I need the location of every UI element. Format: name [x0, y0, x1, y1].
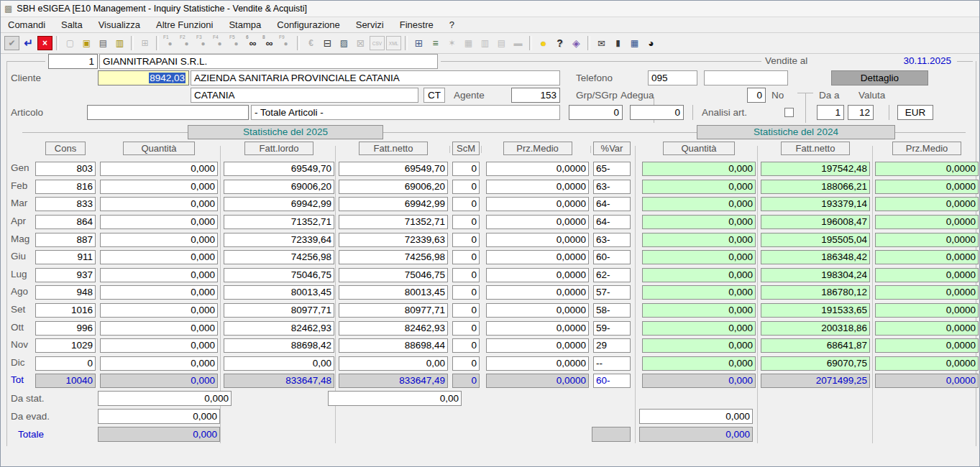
prz-medio-2024-cell[interactable]: 0,0000 — [875, 268, 979, 282]
pie-chart-icon[interactable]: ◕ — [644, 36, 659, 50]
ragione-sociale-field[interactable]: GIANNITRAPANI S.R.L. — [99, 54, 438, 69]
fatt-netto-2025-cell[interactable]: 69006,20 — [339, 180, 448, 194]
prz-medio-2025-cell[interactable]: 0,0000 — [486, 285, 589, 300]
enter-icon[interactable]: ↵ — [21, 36, 36, 50]
xml-export-icon[interactable]: XML — [386, 36, 401, 50]
fatt-netto-2025-cell[interactable]: 80013,45 — [339, 285, 448, 300]
menu-item[interactable]: ? — [444, 18, 460, 32]
fatt-lordo-cell[interactable]: 71352,71 — [224, 215, 334, 229]
prz-medio-2025-cell[interactable]: 0,0000 — [486, 356, 589, 371]
quantita-2025-cell[interactable]: 0,000 — [100, 285, 218, 300]
menu-item[interactable]: Altre Funzioni — [150, 18, 219, 32]
fatt-lordo-cell[interactable]: 74256,98 — [224, 250, 334, 264]
perc-var-cell[interactable]: 64- — [593, 197, 631, 211]
prz-medio-2024-cell[interactable]: 0,0000 — [875, 285, 979, 300]
fatt-lordo-cell[interactable]: 69006,20 — [224, 180, 334, 194]
prz-medio-2025-cell[interactable]: 0,0000 — [486, 215, 589, 229]
fatt-netto-2025-cell[interactable]: 75046,75 — [339, 268, 448, 282]
prz-medio-2025-cell[interactable]: 0,0000 — [486, 180, 589, 194]
close-icon[interactable]: × — [37, 36, 52, 50]
perc-var-cell[interactable]: -- — [593, 356, 631, 371]
cons-cell[interactable]: 803 — [35, 162, 96, 176]
sgrp-field[interactable]: 0 — [630, 105, 684, 120]
adegua-field[interactable]: 0 — [747, 88, 766, 103]
fatt-netto-2025-cell[interactable]: 88698,44 — [339, 338, 448, 353]
prz-medio-2025-cell[interactable]: 0,0000 — [486, 250, 589, 264]
fatt-netto-2025-cell[interactable]: 71352,71 — [339, 215, 448, 229]
perc-var-cell[interactable]: 63- — [593, 180, 631, 194]
confirm-icon[interactable]: ✔ — [4, 36, 19, 50]
scm-cell[interactable]: 0 — [452, 233, 480, 247]
cons-cell[interactable]: 10040 — [35, 374, 96, 388]
scm-cell[interactable]: 0 — [452, 197, 480, 211]
f3-dot-icon[interactable]: F3 ● — [196, 36, 211, 50]
cons-cell[interactable]: 864 — [35, 215, 96, 229]
cliente-number-field[interactable]: 1 — [48, 54, 98, 69]
perc-var-cell[interactable]: 62- — [593, 268, 631, 282]
grp-field[interactable]: 0 — [569, 105, 623, 120]
perc-var-cell[interactable]: 60- — [593, 374, 631, 388]
periodo-a-field[interactable]: 12 — [848, 105, 874, 120]
valuta-field[interactable]: EUR — [897, 105, 933, 120]
telefono-numero-field[interactable] — [704, 70, 788, 85]
prz-medio-2024-cell[interactable]: 0,0000 — [875, 215, 979, 229]
cons-cell[interactable]: 833 — [35, 197, 96, 211]
archive-icon[interactable]: ▬ — [510, 36, 526, 50]
fatt-netto-2024-cell[interactable]: 193379,14 — [761, 197, 870, 211]
cons-cell[interactable]: 816 — [35, 180, 96, 194]
cliente-code-field[interactable]: 8942,03 — [98, 70, 189, 85]
quantita-2025-cell[interactable]: 0,000 — [100, 162, 218, 176]
menu-item[interactable]: Configurazione — [271, 18, 345, 32]
lightbulb-icon[interactable]: ● — [536, 36, 551, 50]
perc-var-cell[interactable]: 60- — [593, 250, 631, 264]
scm-cell[interactable]: 0 — [452, 180, 480, 194]
prz-medio-2024-cell[interactable]: 0,0000 — [875, 303, 979, 318]
scm-cell[interactable]: 0 — [452, 374, 480, 388]
articolo-descrizione-field[interactable]: - Totale Articoli - — [251, 105, 560, 120]
fatt-lordo-cell[interactable]: 80013,45 — [224, 285, 334, 300]
scm-cell[interactable]: 0 — [452, 215, 480, 229]
fatt-lordo-cell[interactable]: 80977,71 — [224, 303, 334, 318]
f5-dot-icon[interactable]: F5 ● — [229, 36, 244, 50]
quantita-2025-cell[interactable]: 0,000 — [100, 233, 218, 247]
search-8-icon[interactable]: 8 ∞ — [262, 36, 277, 50]
perc-var-cell[interactable]: 59- — [593, 321, 631, 336]
window-go-icon[interactable]: ▣ — [79, 36, 94, 50]
fatt-netto-2025-cell[interactable]: 69549,70 — [339, 162, 448, 176]
quantita-2024-cell[interactable]: 0,000 — [642, 338, 756, 353]
quantita-2024-cell[interactable]: 0,000 — [642, 285, 756, 300]
prz-medio-2025-cell[interactable]: 0,0000 — [486, 162, 589, 176]
list-view-icon[interactable]: ≡ — [428, 36, 443, 50]
fatt-netto-2025-cell[interactable]: 72339,63 — [339, 233, 448, 247]
fatt-netto-2025-cell[interactable]: 69942,99 — [339, 197, 448, 211]
fatt-netto-2024-cell[interactable]: 69070,75 — [761, 356, 870, 371]
scm-cell[interactable]: 0 — [452, 162, 480, 176]
fatt-lordo-cell[interactable]: 69549,70 — [224, 162, 334, 176]
perc-var-cell[interactable]: 29 — [593, 338, 631, 353]
prz-medio-2025-cell[interactable]: 0,0000 — [486, 197, 589, 211]
provincia-field[interactable]: CT — [423, 88, 445, 103]
fatt-netto-2025-cell[interactable]: 0,00 — [339, 356, 448, 371]
doc-export-icon[interactable]: ▥ — [112, 36, 127, 50]
analisi-art-checkbox[interactable] — [784, 108, 794, 117]
table-edit-icon[interactable]: ▥ — [477, 36, 493, 50]
quantita-2024-cell[interactable]: 0,000 — [642, 303, 756, 318]
window-icon[interactable]: ▢ — [63, 36, 78, 50]
phone-icon[interactable]: ▮ — [610, 36, 626, 50]
fatt-netto-2025-cell[interactable]: 833647,49 — [339, 374, 448, 388]
cliente-descrizione-field[interactable]: AZIENDA SANITARIA PROVINCIALE CATANIA — [191, 70, 560, 85]
fatt-netto-2025-cell[interactable]: 82462,93 — [339, 321, 448, 336]
quantita-2024-cell[interactable]: 0,000 — [642, 374, 756, 388]
agente-field[interactable]: 153 — [511, 88, 560, 103]
cons-cell[interactable]: 937 — [35, 268, 96, 282]
menu-item[interactable]: Visualizza — [93, 18, 146, 32]
table-struct-icon[interactable]: ▦ — [461, 36, 476, 50]
scm-cell[interactable]: 0 — [452, 268, 480, 282]
prz-medio-2024-cell[interactable]: 0,0000 — [875, 374, 979, 388]
quantita-2024-cell[interactable]: 0,000 — [642, 215, 756, 229]
cons-cell[interactable]: 996 — [35, 321, 96, 336]
cons-cell[interactable]: 1016 — [35, 303, 96, 318]
quantita-2025-cell[interactable]: 0,000 — [100, 374, 218, 388]
articolo-code-field[interactable] — [87, 105, 249, 120]
fatt-lordo-cell[interactable]: 833647,48 — [224, 374, 334, 388]
